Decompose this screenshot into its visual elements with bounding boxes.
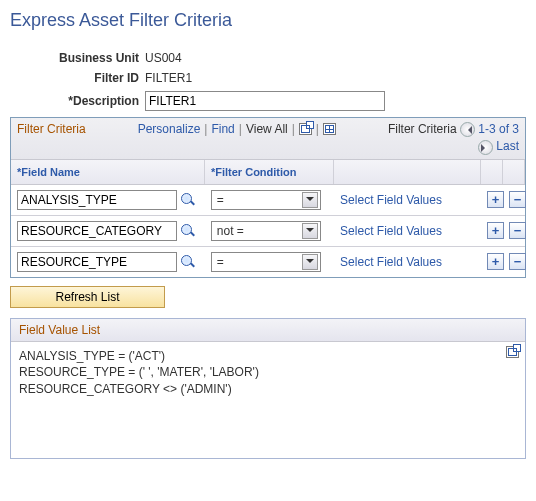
filter-condition-value: = xyxy=(217,255,224,269)
separator: | xyxy=(239,122,242,136)
description-label: *Description xyxy=(50,94,145,108)
chevron-down-icon xyxy=(302,223,318,239)
chevron-down-icon xyxy=(302,192,318,208)
filter-condition-value: = xyxy=(217,193,224,207)
remove-row-button[interactable]: − xyxy=(509,222,526,239)
zoom-icon[interactable] xyxy=(299,123,312,135)
grid-body: = Select Field Values + − not = Select F… xyxy=(11,185,525,277)
table-row: = Select Field Values + − xyxy=(11,185,525,216)
range-link[interactable]: 1-3 of 3 xyxy=(478,122,519,136)
view-all-text[interactable]: View All xyxy=(246,122,288,136)
prev-page-button[interactable] xyxy=(460,122,475,137)
filter-condition-select[interactable]: = xyxy=(211,190,321,210)
lookup-icon[interactable] xyxy=(180,192,196,208)
field-name-input[interactable] xyxy=(17,190,177,210)
grid-nav: Filter Criteria 1-3 of 3 Last xyxy=(388,122,519,155)
filter-condition-select[interactable]: not = xyxy=(211,221,321,241)
col-field-name[interactable]: *Field Name xyxy=(11,160,205,184)
col-select-values xyxy=(334,160,481,184)
business-unit-value: US004 xyxy=(145,51,182,65)
col-filter-condition[interactable]: *Filter Condition xyxy=(205,160,334,184)
business-unit-label: Business Unit xyxy=(50,51,145,65)
filter-id-value: FILTER1 xyxy=(145,71,192,85)
field-value-list-section: Field Value List ANALYSIS_TYPE = ('ACT')… xyxy=(10,318,526,459)
col-add xyxy=(481,160,503,184)
remove-row-button[interactable]: − xyxy=(509,253,526,270)
table-row: not = Select Field Values + − xyxy=(11,216,525,247)
field-value-list-body: ANALYSIS_TYPE = ('ACT') RESOURCE_TYPE = … xyxy=(11,342,525,458)
add-row-button[interactable]: + xyxy=(487,191,504,208)
find-link[interactable]: Find xyxy=(211,122,234,136)
field-value-line: RESOURCE_TYPE = (' ', 'MATER', 'LABOR') xyxy=(19,364,517,381)
select-field-values-link[interactable]: Select Field Values xyxy=(340,224,442,238)
add-row-button[interactable]: + xyxy=(487,222,504,239)
field-value-line: ANALYSIS_TYPE = ('ACT') xyxy=(19,348,517,365)
separator: | xyxy=(316,122,319,136)
grid-title: Filter Criteria xyxy=(17,122,86,136)
grid-nav-label: Filter Criteria xyxy=(388,122,457,136)
lookup-icon[interactable] xyxy=(180,223,196,239)
filter-id-label: Filter ID xyxy=(50,71,145,85)
download-grid-icon[interactable] xyxy=(323,123,336,135)
separator: | xyxy=(292,122,295,136)
lookup-icon[interactable] xyxy=(180,254,196,270)
col-remove xyxy=(503,160,525,184)
field-name-input[interactable] xyxy=(17,221,177,241)
add-row-button[interactable]: + xyxy=(487,253,504,270)
chevron-down-icon xyxy=(302,254,318,270)
page-title: Express Asset Filter Criteria xyxy=(10,10,526,31)
separator: | xyxy=(204,122,207,136)
personalize-link[interactable]: Personalize xyxy=(138,122,201,136)
header-fields: Business Unit US004 Filter ID FILTER1 *D… xyxy=(50,51,526,111)
table-row: = Select Field Values + − xyxy=(11,247,525,277)
refresh-list-button[interactable]: Refresh List xyxy=(10,286,165,308)
next-page-button[interactable] xyxy=(478,140,493,155)
field-value-line: RESOURCE_CATEGORY <> ('ADMIN') xyxy=(19,381,517,398)
description-input[interactable] xyxy=(145,91,385,111)
grid-column-headers: *Field Name *Filter Condition xyxy=(11,160,525,185)
select-field-values-link[interactable]: Select Field Values xyxy=(340,193,442,207)
field-name-input[interactable] xyxy=(17,252,177,272)
select-field-values-link[interactable]: Select Field Values xyxy=(340,255,442,269)
filter-condition-select[interactable]: = xyxy=(211,252,321,272)
zoom-icon[interactable] xyxy=(506,346,519,358)
field-value-list-title: Field Value List xyxy=(11,319,525,342)
remove-row-button[interactable]: − xyxy=(509,191,526,208)
last-page-link[interactable]: Last xyxy=(496,139,519,153)
filter-criteria-grid: Filter Criteria Personalize | Find | Vie… xyxy=(10,117,526,278)
filter-condition-value: not = xyxy=(217,224,244,238)
